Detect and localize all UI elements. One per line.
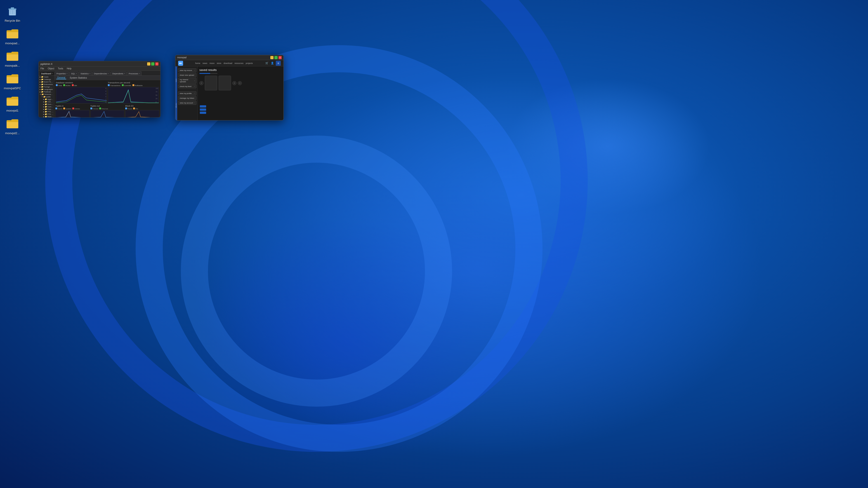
- tree-collati[interactable]: ▶ 📁 Collati...: [39, 101, 54, 103]
- moov-blue-sidebar: active manage: [176, 66, 177, 120]
- moov-right-btn-2[interactable]: [200, 108, 206, 111]
- desktop-icon-moovpad1[interactable]: moovpad...: [2, 27, 23, 45]
- tree-icon-catalogs: 📁: [41, 78, 43, 80]
- recycle-bin-icon: [6, 4, 19, 18]
- moov-manage-section: view my profile › manage my tribes › vie…: [178, 91, 196, 105]
- close-button[interactable]: ×: [155, 62, 158, 66]
- action-divider: [178, 90, 196, 90]
- nav-moov[interactable]: moov: [210, 62, 215, 64]
- tab-dependencies-close[interactable]: ×: [107, 72, 109, 74]
- tree-catalogs[interactable]: ▶ 📁 Catalogs: [39, 78, 54, 80]
- tree-schemas[interactable]: ▼ 📂 Schemas (1): [39, 93, 54, 96]
- nav-store[interactable]: store: [217, 62, 221, 64]
- moov-minimize-button[interactable]: −: [270, 56, 274, 59]
- tree-casts[interactable]: ▶ 📁 Casts: [39, 76, 54, 78]
- tuples-in-section: Tuples in Inserts Updates Deletes: [55, 105, 90, 117]
- menu-object[interactable]: Object: [47, 67, 55, 70]
- btn-view-moovs[interactable]: view my moovs ›: [178, 68, 196, 72]
- tree-commit[interactable]: ▶ 📁 Commit...: [39, 105, 54, 108]
- tab-dependents-close[interactable]: ×: [124, 72, 125, 74]
- maximize-button[interactable]: □: [151, 62, 154, 66]
- nav-resources[interactable]: resources: [235, 62, 244, 64]
- tree-ftsdi[interactable]: ▶ 📁 FTS Di...: [39, 110, 54, 113]
- pgadmin-window: pgAdmin 4 − □ × File Object Tools Help D…: [38, 61, 160, 118]
- desktop-icon-recycle-bin[interactable]: Recycle Bin: [2, 4, 23, 23]
- tree-arrow-extensions: ▶: [39, 84, 41, 86]
- subtab-system-statistics[interactable]: System Statistics: [69, 76, 88, 79]
- tree-extensions[interactable]: ▶ 📁 Extensions: [39, 83, 54, 86]
- tab-properties-close[interactable]: ×: [66, 72, 68, 74]
- tree-arrow-public: ▼: [41, 96, 43, 98]
- tree-domain[interactable]: ▶ 📁 Domai...: [39, 103, 54, 105]
- tab-statistics[interactable]: Statistics ×: [79, 71, 92, 75]
- tree-icon-publications: 📁: [41, 91, 43, 93]
- tree-publications[interactable]: ▶ 📁 Publications: [39, 91, 54, 93]
- menu-tools[interactable]: Tools: [57, 67, 64, 70]
- tab-dependents[interactable]: Dependents ×: [111, 71, 127, 75]
- btn-manage-tribes[interactable]: manage my tribes ›: [178, 96, 196, 100]
- minimize-button[interactable]: −: [147, 62, 150, 66]
- btn-view-account-chevron: ›: [194, 102, 195, 104]
- recycle-bin-label: Recycle Bin: [5, 19, 20, 23]
- btn-view-account[interactable]: view my account ›: [178, 101, 196, 105]
- tab-dashboard[interactable]: Dashboard ×: [39, 71, 55, 75]
- tree-label-collati: Collati...: [48, 101, 53, 103]
- moov-maximize-button[interactable]: □: [274, 56, 278, 59]
- btn-view-profile[interactable]: view my profile ›: [178, 91, 196, 95]
- tree-aggreg[interactable]: ▶ 📁 Aggreg...: [39, 98, 54, 101]
- tab-dependencies[interactable]: Dependencies ×: [92, 71, 110, 75]
- tree-foreign[interactable]: ▶ 📁 Foreign...: [39, 108, 54, 110]
- moov-titlebar: moovpad − □ ×: [176, 55, 283, 60]
- cards-prev-arrow[interactable]: ‹: [199, 81, 204, 85]
- moov-close-button[interactable]: ×: [278, 56, 282, 59]
- subtab-general[interactable]: General: [56, 76, 66, 79]
- menu-file[interactable]: File: [39, 67, 45, 70]
- tab-sql[interactable]: SQL ×: [69, 71, 79, 75]
- moov-right-btn-3[interactable]: [200, 111, 206, 114]
- legend-transactions: Transactions: [108, 84, 121, 87]
- nav-news[interactable]: news: [203, 62, 207, 64]
- tab-processes[interactable]: Processes ×: [127, 71, 142, 75]
- btn-share-upload[interactable]: share new upload ›: [178, 73, 196, 77]
- tree-foreigndat[interactable]: ▶ 📁 Foreign Dat...: [39, 86, 54, 88]
- cards-next-arrow[interactable]: ›: [238, 81, 242, 85]
- moov-bottom-bar: [177, 120, 282, 121]
- tab-processes-close[interactable]: ×: [139, 72, 140, 74]
- desktop-icon-moovpalk2[interactable]: moovpalk...: [2, 50, 23, 68]
- tree-eventtrigger[interactable]: ▶ 📁 Event Trigg...: [39, 80, 54, 83]
- desktop-icon-moovpd2[interactable]: moovpd2...: [2, 117, 23, 135]
- nav-download[interactable]: download: [223, 62, 232, 64]
- btn-check-feed[interactable]: check my feed ›: [178, 84, 196, 88]
- desktop-icon-moovpd1[interactable]: moovpd1: [2, 94, 23, 112]
- pgadmin-title: pgAdmin 4: [40, 63, 53, 65]
- moov-logo[interactable]: [178, 61, 183, 66]
- tree-languages[interactable]: ▶ 📁 Languages: [39, 88, 54, 91]
- moov-right-btn-1[interactable]: [200, 105, 206, 107]
- tree-mater[interactable]: ▶ 📁 Mater...: [39, 116, 54, 117]
- tree-public[interactable]: ▼ 📂 public: [39, 96, 54, 98]
- moov-card-1[interactable]: [205, 76, 217, 90]
- cards-next-arrow-mid[interactable]: ›: [232, 81, 237, 85]
- tab-dashboard-label: Dashboard: [41, 72, 51, 75]
- tab-dependencies-label: Dependencies: [94, 72, 107, 75]
- legend-rollbacks: Rollbacks: [132, 84, 143, 87]
- folder-icon-moovpalk2: [6, 50, 19, 63]
- desktop-icon-moovpalspc[interactable]: moovpalSPC: [2, 72, 23, 90]
- user-icon[interactable]: 👤: [270, 61, 274, 65]
- nav-projects[interactable]: projects: [246, 62, 253, 64]
- chart-transactions-title: Transactions per second: [108, 82, 159, 84]
- tree-label-languages: Languages: [44, 88, 53, 90]
- btn-my-uploads[interactable]: my shared uploads ›: [178, 78, 196, 84]
- cart-icon[interactable]: 🛒: [265, 61, 269, 65]
- chart-transactions: Transactions per second Transactions Com…: [107, 81, 159, 104]
- tab-sql-close[interactable]: ×: [76, 72, 77, 74]
- nav-home[interactable]: home: [195, 62, 200, 64]
- menu-square-icon[interactable]: ≡: [276, 61, 281, 66]
- tab-statistics-close[interactable]: ×: [89, 72, 90, 74]
- tree-ftspa[interactable]: ▶ 📁 FTS Pa...: [39, 113, 54, 116]
- moov-card-2[interactable]: [219, 76, 231, 90]
- tree-label-schemas: Schemas (1): [44, 93, 53, 95]
- tab-dashboard-close[interactable]: ×: [52, 72, 53, 74]
- tab-properties[interactable]: Properties ×: [55, 71, 69, 75]
- menu-help[interactable]: Help: [66, 67, 72, 70]
